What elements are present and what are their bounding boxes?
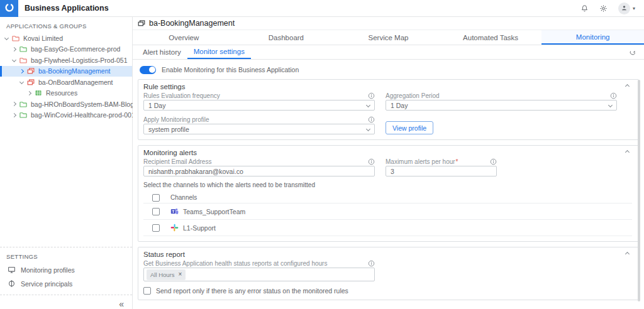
slack-icon	[170, 224, 179, 232]
tab-monitoring[interactable]: Monitoring	[541, 30, 644, 45]
chevron-down-icon: ▾	[633, 6, 635, 11]
folder-green-icon	[19, 100, 28, 108]
subtab-alert-history[interactable]: Alert history	[136, 45, 187, 59]
business-application-icon	[138, 19, 145, 27]
topbar: Business Applications ▾	[0, 0, 644, 17]
sidebar-item-service-principals[interactable]: Service principals	[0, 277, 132, 291]
aggregation-period-label: Aggregation Period	[386, 92, 440, 99]
channel-checkbox[interactable]	[152, 208, 160, 215]
monitoring-profile-value: system profile	[148, 126, 189, 133]
chevron-down-icon[interactable]	[19, 80, 24, 84]
chevron-down-icon[interactable]	[4, 36, 9, 40]
tree-item-bag-flywheel-logistics-prod-051[interactable]: bag-Flywheel-Logistics-Prod-051	[0, 55, 132, 66]
sidebar-item-label: Monitoring profiles	[21, 266, 75, 274]
sidebar-item-monitoring-profiles[interactable]: Monitoring profiles	[0, 263, 132, 277]
aggregation-period-value: 1 Day	[391, 102, 408, 109]
rules-frequency-select[interactable]: 1 Day	[143, 100, 375, 111]
refresh-icon[interactable]	[629, 48, 636, 56]
tree-item-kovai-limited[interactable]: Kovai Limited	[0, 33, 132, 44]
enable-monitoring-label: Enable Monitoring for this Business Appl…	[162, 66, 299, 73]
tab-dashboard[interactable]: Dashboard	[235, 30, 338, 45]
tree-item-ba-bookingmanagement[interactable]: ba-BookingManagement	[0, 66, 132, 77]
chevron-right-icon[interactable]	[19, 69, 24, 73]
folder-red-icon	[12, 34, 20, 42]
channel-name: Teams_SupportTeam	[183, 208, 245, 215]
channels-hint: Select the channels to which the alerts …	[143, 182, 632, 188]
settings-gear-icon[interactable]	[599, 4, 608, 13]
channels-table: Channels Teams_SupportTeamL1-Support	[143, 192, 632, 236]
info-icon[interactable]	[368, 116, 375, 123]
chip-remove-icon[interactable]: ×	[179, 271, 182, 278]
monitor-icon	[8, 266, 16, 275]
chevron-right-icon[interactable]	[12, 113, 16, 117]
info-icon[interactable]	[368, 260, 375, 267]
chevron-right-icon[interactable]	[12, 102, 16, 106]
tab-automated-tasks[interactable]: Automated Tasks	[440, 30, 542, 45]
chevron-down-icon	[366, 127, 370, 131]
tree-item-label: Kovai Limited	[23, 35, 63, 42]
subtab-monitor-settings[interactable]: Monitor settings	[187, 45, 251, 59]
info-icon[interactable]	[610, 92, 617, 99]
topbar-actions: ▾	[580, 3, 644, 14]
status-hours-label: Get Business Application health status r…	[143, 260, 327, 267]
info-icon[interactable]	[368, 92, 375, 99]
chevron-down-icon	[608, 103, 613, 107]
chevron-right-icon[interactable]	[12, 47, 16, 52]
required-mark: *	[456, 158, 458, 165]
monitoring-alerts-title: Monitoring alerts	[143, 149, 197, 156]
sub-tabs: Alert historyMonitor settings	[136, 45, 251, 59]
tree-item-resources[interactable]: Resources	[0, 88, 132, 99]
tree-item-ba-onboardmanagement[interactable]: ba-OnBoardManagement	[0, 77, 132, 88]
error-only-label: Send report only if there is any error s…	[156, 287, 348, 295]
tree-item-bag-easygo-ecommerce-prod[interactable]: bag-EasyGo-Ecommerce-prod	[0, 44, 132, 55]
collapse-section-icon[interactable]	[623, 149, 632, 155]
collapse-section-icon[interactable]	[623, 251, 632, 257]
channel-checkbox[interactable]	[152, 224, 160, 232]
tree-item-label: ba-BookingManagement	[38, 67, 110, 75]
page-title: ba-BookingManagement	[149, 19, 235, 28]
tree-item-bag-wincovid-healthcare-prod-001[interactable]: bag-WinCovid-Healthcare-prod-001	[0, 110, 132, 121]
aggregation-period-select[interactable]: 1 Day	[386, 100, 617, 111]
channel-row-l1-support: L1-Support	[143, 220, 632, 236]
info-icon[interactable]	[368, 158, 375, 165]
folder-green-icon	[19, 111, 28, 119]
monitor-settings-content: Enable Monitoring for this Business Appl…	[133, 60, 644, 300]
main-tabs: OverviewDashboardService MapAutomated Ta…	[133, 30, 644, 45]
app-title: Business Applications	[25, 4, 109, 13]
chevron-right-icon[interactable]	[27, 91, 31, 95]
max-alerts-input[interactable]: 3	[386, 166, 497, 176]
folder-red-icon	[19, 56, 28, 64]
tree-item-label: bag-EasyGo-Ecommerce-prod	[31, 45, 120, 53]
status-report-card: Status report Get Business Application h…	[138, 247, 639, 300]
error-only-checkbox[interactable]	[143, 287, 151, 295]
info-icon[interactable]	[490, 158, 497, 165]
tab-overview[interactable]: Overview	[133, 30, 235, 45]
chevron-down-icon	[366, 103, 370, 107]
service-principal-icon	[8, 279, 16, 289]
chevron-down-icon[interactable]	[12, 58, 16, 62]
monitoring-alerts-card: Monitoring alerts Recipient Email Addres…	[138, 145, 639, 242]
channel-row-teams-supportteam: Teams_SupportTeam	[143, 203, 632, 220]
collapse-section-icon[interactable]	[623, 84, 632, 89]
tree-item-label: bag-WinCovid-Healthcare-prod-001	[31, 111, 135, 119]
select-all-checkbox[interactable]	[152, 194, 160, 202]
tab-service-map[interactable]: Service Map	[337, 30, 440, 45]
enable-monitoring-toggle[interactable]	[140, 66, 156, 74]
app-logo-icon[interactable]	[0, 0, 18, 17]
sidebar-item-label: Service principals	[21, 280, 72, 288]
notifications-bell-icon[interactable]	[580, 4, 589, 13]
monitoring-profile-select[interactable]: system profile	[143, 124, 375, 134]
status-hours-input[interactable]: All Hours ×	[143, 268, 375, 281]
logo-arc-icon	[4, 3, 14, 14]
tree-item-bag-hronboardsystem-bam-blog[interactable]: bag-HROnBoardSystem-BAM-Blog	[0, 99, 132, 110]
sidebar-collapse-button[interactable]: «	[119, 299, 124, 309]
business-app-red-icon	[27, 78, 35, 86]
vertical-scrollbar[interactable]	[638, 80, 640, 301]
folder-green-icon	[19, 45, 28, 53]
user-menu-button[interactable]: ▾	[618, 3, 635, 14]
recipient-email-input[interactable]: nishanth.prabhakaran@kovai.co	[143, 166, 375, 176]
tree-item-label: bag-HROnBoardSystem-BAM-Blog	[31, 100, 134, 108]
view-profile-button[interactable]: View profile	[386, 121, 433, 134]
channel-name: L1-Support	[183, 224, 216, 232]
page-header: ba-BookingManagement	[133, 17, 644, 30]
